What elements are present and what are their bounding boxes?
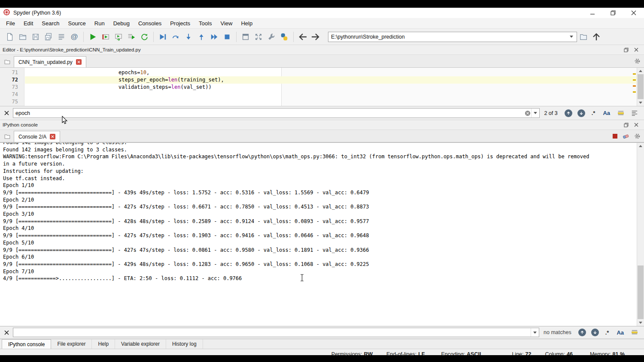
menu-debug[interactable]: Debug (109, 19, 134, 28)
search-in-selection-icon[interactable] (631, 109, 638, 117)
regex-toggle-button[interactable]: .* (605, 329, 609, 336)
run-file-button[interactable] (86, 30, 99, 43)
code-line[interactable]: epochs=10, (25, 69, 637, 76)
maximize-pane-button[interactable] (239, 30, 252, 43)
console-line: in a future version. (3, 160, 637, 168)
step-into-button[interactable] (182, 30, 195, 43)
case-sensitive-toggle-button[interactable]: Aa (603, 110, 610, 116)
save-button[interactable] (29, 30, 42, 43)
console-tab-close-icon[interactable] (50, 134, 55, 139)
working-directory-combo[interactable]: E:\pythonrun\Stroke_prediction (328, 32, 577, 42)
close-button[interactable] (623, 8, 644, 18)
file-switcher-button[interactable] (55, 30, 68, 43)
console-line: Epoch 7/10 (3, 268, 637, 275)
bottom-tab-history-log[interactable]: History log (166, 339, 203, 349)
console-area[interactable]: Found 142 images belonging to 3 classes.… (0, 142, 644, 326)
interrupt-kernel-icon[interactable] (611, 133, 618, 139)
continue-button[interactable] (208, 30, 221, 43)
console-undock-icon[interactable] (623, 121, 629, 128)
editor-scrollbar[interactable] (637, 68, 644, 106)
run-cell-button[interactable] (99, 30, 112, 43)
regex-toggle-button[interactable]: .* (592, 110, 595, 116)
menu-projects[interactable]: Projects (166, 19, 194, 28)
case-sensitive-toggle-button[interactable]: Aa (617, 329, 624, 336)
highlight-matches-icon[interactable] (631, 329, 638, 336)
editor-code-area[interactable]: epochs=10,steps_per_epoch=len(training_s… (0, 68, 644, 106)
browse-tabs-icon[interactable] (3, 57, 12, 66)
find-close-icon[interactable] (3, 329, 10, 336)
find-previous-button[interactable] (565, 109, 572, 117)
minimize-button[interactable] (582, 8, 603, 18)
symbol-finder-button[interactable]: @ (68, 30, 81, 43)
debug-file-button[interactable] (156, 30, 169, 43)
menu-search[interactable]: Search (37, 19, 64, 28)
find-search-input[interactable] (13, 109, 524, 117)
search-history-chevron-icon[interactable] (531, 328, 539, 337)
open-file-button[interactable] (16, 30, 29, 43)
preferences-wrench-button[interactable] (265, 30, 278, 43)
console-close-pane-icon[interactable] (633, 121, 640, 128)
editor-options-gear-icon[interactable] (634, 58, 641, 65)
code-line[interactable] (25, 91, 637, 98)
menu-tools[interactable]: Tools (194, 19, 216, 28)
code-line[interactable]: validation_steps=len(val_set)) (25, 84, 637, 91)
clear-search-icon[interactable] (524, 110, 531, 117)
browse-directory-button[interactable] (577, 30, 590, 43)
highlight-matches-icon[interactable] (617, 109, 625, 117)
console-line: 4/9 [============>.................] - E… (3, 275, 637, 282)
editor-scrollbar-thumb[interactable] (638, 74, 644, 99)
run-selection-button[interactable] (125, 30, 138, 43)
stop-debug-button[interactable] (221, 30, 234, 43)
menu-edit[interactable]: Edit (19, 19, 37, 28)
step-over-button[interactable] (169, 30, 182, 43)
run-cell-advance-button[interactable] (112, 30, 125, 43)
bottom-tab-file-explorer[interactable]: File explorer (51, 339, 92, 349)
console-browse-tabs-icon[interactable] (3, 132, 12, 141)
bottom-tab-help[interactable]: Help (92, 339, 115, 349)
menu-source[interactable]: Source (64, 19, 90, 28)
editor-tab-close-icon[interactable] (76, 59, 82, 65)
save-all-button[interactable] (42, 30, 55, 43)
console-find-input[interactable] (13, 329, 531, 337)
code-line[interactable] (25, 98, 637, 106)
editor-undock-icon[interactable] (623, 46, 629, 53)
code-line[interactable]: steps_per_epoch=len(training_set), (25, 76, 637, 84)
find-next-button[interactable] (577, 109, 585, 117)
bottom-tab-ipython-console[interactable]: IPython console (2, 339, 51, 349)
console-pane-header: IPython console (0, 120, 644, 130)
back-button[interactable] (296, 30, 309, 43)
console-tab[interactable]: Console 2/A (14, 131, 60, 142)
new-file-button[interactable] (3, 30, 16, 43)
editor-tab[interactable]: CNN_Train_updated.py (14, 56, 86, 67)
find-close-icon[interactable] (3, 109, 10, 117)
parent-directory-button[interactable] (590, 30, 603, 43)
step-return-button[interactable] (195, 30, 208, 43)
console-options-gear-icon[interactable] (634, 133, 641, 139)
search-history-chevron-icon[interactable] (531, 109, 539, 118)
restore-button[interactable] (603, 8, 623, 18)
code-token: validation_steps= (118, 84, 171, 90)
scroll-down-icon[interactable] (637, 320, 644, 326)
clear-console-eraser-icon[interactable] (623, 133, 629, 139)
find-next-button[interactable] (591, 329, 599, 336)
scroll-up-icon[interactable] (637, 68, 644, 74)
console-line: Use tf.cast instead. (3, 175, 637, 182)
scroll-down-icon[interactable] (637, 100, 644, 106)
forward-button[interactable] (309, 30, 322, 43)
fullscreen-button[interactable] (252, 30, 265, 43)
menu-run[interactable]: Run (90, 19, 109, 28)
rerun-button[interactable] (138, 30, 151, 43)
console-scrollbar-thumb[interactable] (638, 265, 644, 319)
menu-consoles[interactable]: Consoles (134, 19, 166, 28)
menu-help[interactable]: Help (237, 19, 257, 28)
scroll-up-icon[interactable] (637, 143, 644, 149)
editor-pane-header: Editor - E:\pythonrun\Stroke_prediction\… (0, 45, 644, 55)
menu-file[interactable]: File (2, 19, 19, 28)
menu-view[interactable]: View (216, 19, 237, 28)
chevron-down-icon[interactable] (570, 36, 573, 38)
python-path-button[interactable] (278, 30, 291, 43)
console-scrollbar[interactable] (637, 143, 644, 326)
find-previous-button[interactable] (578, 329, 586, 336)
bottom-tab-variable-explorer[interactable]: Variable explorer (115, 339, 166, 349)
editor-close-pane-icon[interactable] (633, 46, 640, 53)
